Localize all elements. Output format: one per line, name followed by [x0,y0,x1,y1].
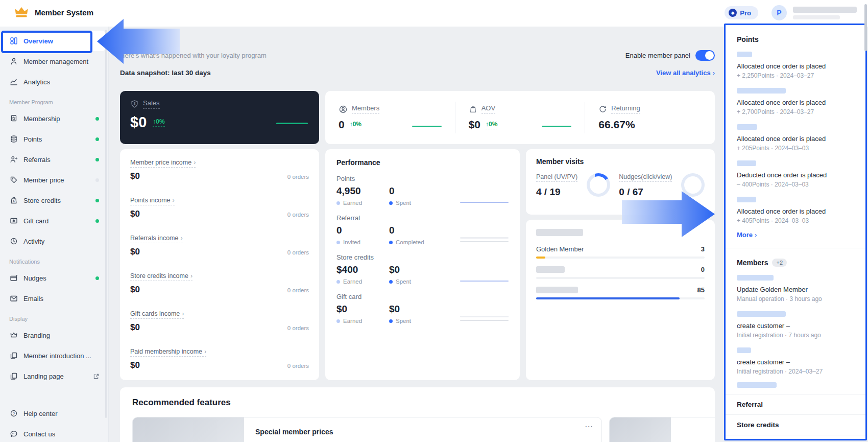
income-link[interactable]: Paid membership income› [130,348,206,357]
sidebar-item-points[interactable]: Points [3,129,105,149]
income-value: $0 [130,209,140,219]
tier-count: 3 [701,245,705,253]
spent-dot [389,201,393,205]
sidebar-item-label: Member management [23,58,99,65]
sidebar-item-store-credits[interactable]: $ Store credits [3,190,105,211]
feature-preview-image [133,417,244,442]
income-row: Paid membership income› $00 orders [130,346,309,370]
income-value: $0 [130,285,140,295]
top-header: Member System ◆ Pro P [0,0,868,27]
store-credits-section-header[interactable]: Store credits [726,414,865,435]
help-icon: ? [9,409,18,418]
aov-bag-icon [469,105,477,113]
points-entry: Allocated once order is placed + 205Poin… [737,123,854,152]
sidebar-item-activity[interactable]: Activity [3,231,105,251]
store-credits-sparkline [460,281,509,285]
sidebar-item-membership[interactable]: Membership [3,108,105,129]
more-link[interactable]: More› [737,231,854,239]
sidebar-item-gift-card[interactable]: Gift card [3,211,105,231]
referral-section-header[interactable]: Referral [726,394,865,414]
sidebar-section-display: Display [0,309,108,325]
sidebar-scrollbar[interactable] [105,30,107,418]
sidebar-item-help-center[interactable]: ? Help center [3,403,105,424]
points-sparkline [460,202,509,206]
feature-card-next[interactable] [609,417,715,442]
branding-crown-icon [9,331,18,340]
recommended-features-card: Recommended features Special member pric… [120,387,715,442]
sidebar-item-referrals[interactable]: Referrals [3,149,105,170]
points-icon [9,135,18,144]
tier-bar [536,257,705,259]
activity-icon [9,237,18,246]
pro-label: Pro [740,9,751,17]
income-row: Referrals income› $00 orders [130,233,309,257]
performance-group-points: Points 4,950 Earned 0 Spent [336,175,509,206]
sidebar-item-branding[interactable]: Branding [3,325,105,345]
income-value: $0 [130,322,140,333]
income-value: $0 [130,171,140,181]
income-link[interactable]: Referrals income› [130,235,183,243]
blurred-member-name [737,382,777,388]
entry-meta: + 2,700Points · 2024–03–27 [737,108,854,116]
panel-uv-pv-value: 4 / 19 [536,187,577,198]
returning-refresh-icon [598,105,607,113]
avatar[interactable]: P [771,5,787,20]
nudges-icon [9,274,18,283]
entry-action: Allocated once order is placed [737,99,854,107]
sidebar-item-label: Store credits [23,197,90,204]
aov-delta: ↑0% [486,121,497,129]
entry-action: Update Golden Member [737,286,854,294]
enable-member-panel-toggle[interactable] [695,50,715,61]
pages-icon [9,352,18,360]
store-credits-icon: $ [9,196,18,205]
recommended-features-title: Recommended features [132,398,703,408]
income-row: Gift cards income› $00 orders [130,309,309,333]
tier-count: 85 [697,286,705,294]
status-dot [95,276,99,280]
status-dot [95,219,99,223]
blurred-member-name [737,275,774,281]
income-link[interactable]: Gift cards income› [130,310,184,319]
sidebar-item-contact-us[interactable]: Contact us [3,424,105,442]
sidebar-item-overview[interactable]: Overview [3,31,105,51]
more-menu-icon[interactable]: ⋯ [585,422,593,431]
tier-label: Golden Member [536,245,584,253]
nudges-visits-group: Nudges(click/view) 0 / 67 [619,172,672,198]
main-content: Here's what's happened with your loyalty… [109,27,724,442]
chevron-right-icon: › [173,197,175,204]
sidebar-item-label: Activity [23,238,99,245]
sidebar-item-emails[interactable]: Emails [3,288,105,309]
blurred-tier-label [536,287,578,293]
entry-meta: + 205Points · 2024–03–03 [737,145,854,152]
income-value: $0 [130,360,140,370]
sidebar-item-analytics[interactable]: Analytics [3,72,105,92]
income-link[interactable]: Member price income› [130,159,196,168]
aov-value: $0 [469,119,480,131]
sidebar-item-nudges[interactable]: Nudges [3,268,105,288]
sales-sparkline [276,123,308,124]
svg-text:$: $ [134,102,136,105]
svg-text:?: ? [12,411,14,416]
view-all-analytics-link[interactable]: View all analytics› [656,69,715,77]
chevron-right-icon: › [755,231,757,239]
sidebar-item-label: Points [23,135,90,143]
points-entry: Deducted once order is placed – 400Point… [737,159,854,189]
pro-badge[interactable]: ◆ Pro [725,6,758,19]
user-menu[interactable]: P [771,5,857,20]
feature-card-special-member-prices[interactable]: Special member prices ⋯ [132,417,602,442]
gift-card-section-header[interactable]: Gift card [726,435,865,440]
income-link[interactable]: Points income› [130,197,175,205]
aov-sparkline [542,126,571,127]
feature-card-title: Special member prices [255,428,592,436]
page-scrollbar[interactable] [864,4,867,51]
sidebar-item-member-introduction[interactable]: Member introduction ... [3,345,105,366]
income-link[interactable]: Store credits income› [130,272,192,281]
chevron-right-icon: › [204,348,206,355]
blurred-member-name [737,160,756,166]
sidebar-item-member-management[interactable]: Member management [3,51,105,72]
sidebar-item-member-price[interactable]: Member price [3,170,105,190]
blurred-member-name [737,124,757,130]
sidebar-item-landing-page[interactable]: Landing page [3,366,105,386]
referrals-icon [9,155,18,164]
income-card: Member price income› $00 orders Points i… [120,149,319,380]
